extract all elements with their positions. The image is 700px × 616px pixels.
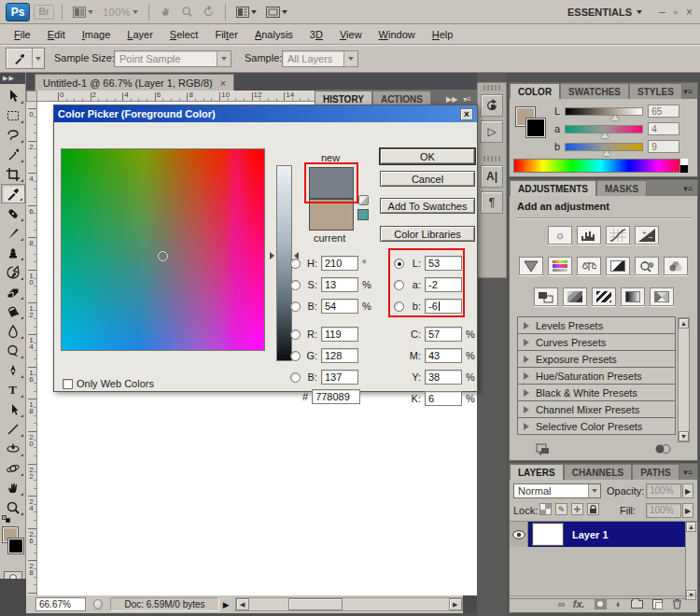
- tool-history-brush[interactable]: [1, 262, 25, 282]
- opacity-slider-arrow[interactable]: ▶: [682, 483, 693, 498]
- preset-selective-color-presets[interactable]: Selective Color Presets: [517, 417, 676, 435]
- color-tab-color[interactable]: COLOR: [510, 83, 560, 99]
- tool-burn[interactable]: [1, 341, 25, 360]
- channel-mixer-adjustment-icon[interactable]: [664, 257, 688, 275]
- scroll-left-button[interactable]: ◀: [236, 598, 249, 610]
- exposure-adjustment-icon[interactable]: +−: [635, 226, 659, 245]
- new-layer-icon[interactable]: [652, 599, 663, 609]
- add-to-swatches-button[interactable]: Add To Swatches: [380, 198, 475, 214]
- tool-eraser[interactable]: [1, 282, 25, 301]
- paragraph-panel-icon[interactable]: ¶: [481, 191, 503, 214]
- selective-color-adjustment-icon[interactable]: [650, 287, 674, 306]
- a-value-input[interactable]: 4: [648, 122, 679, 135]
- sample-size-dropdown[interactable]: Point Sample: [114, 50, 231, 67]
- zoom-percent-input[interactable]: 66.67%: [35, 597, 86, 611]
- link-layers-icon[interactable]: ∞: [558, 598, 564, 609]
- hand-tool-button[interactable]: [157, 6, 175, 18]
- menu-3d[interactable]: 3D: [301, 26, 331, 43]
- history-panel-icon[interactable]: [481, 94, 503, 117]
- L-slider[interactable]: [565, 107, 643, 116]
- new-group-icon[interactable]: [631, 600, 643, 609]
- presets-scrollbar[interactable]: ▲ ▼: [678, 317, 690, 442]
- hex-input[interactable]: 778089: [312, 389, 360, 404]
- cancel-button[interactable]: Cancel: [380, 171, 475, 187]
- scroll-up-button[interactable]: ▲: [686, 522, 696, 532]
- color-field-marker[interactable]: [158, 251, 168, 261]
- m-input[interactable]: 43: [425, 348, 462, 363]
- menu-layer[interactable]: Layer: [119, 26, 161, 43]
- radio-b[interactable]: [290, 372, 301, 383]
- adjustments-tab-adjustments[interactable]: ADJUSTMENTS: [510, 180, 596, 196]
- expand-triangle-icon[interactable]: [524, 372, 529, 380]
- dialog-titlebar[interactable]: Color Picker (Foreground Color) ×: [54, 105, 477, 122]
- menu-window[interactable]: Window: [371, 26, 424, 43]
- k-input[interactable]: 6: [425, 391, 462, 406]
- opacity-value[interactable]: 100%: [646, 483, 681, 498]
- blend-mode-dropdown[interactable]: Normal: [513, 483, 601, 498]
- actions-panel-icon[interactable]: ▷: [481, 120, 503, 143]
- expand-triangle-icon[interactable]: [524, 356, 529, 363]
- color-tab-styles[interactable]: STYLES: [629, 83, 682, 99]
- rotate-view-button[interactable]: [200, 6, 217, 18]
- tool-move[interactable]: [1, 86, 25, 105]
- screen-mode-button[interactable]: [263, 7, 290, 18]
- b-value-input[interactable]: 9: [648, 140, 679, 153]
- radio-h[interactable]: [290, 259, 301, 269]
- c-input[interactable]: 57: [425, 327, 462, 342]
- tool-hand[interactable]: [1, 478, 25, 497]
- r-input[interactable]: 119: [321, 327, 358, 342]
- status-expand-icon[interactable]: ▶: [223, 600, 230, 609]
- tool-paint-bucket[interactable]: [1, 301, 25, 321]
- tool-zoom[interactable]: [1, 497, 25, 517]
- document-close-icon[interactable]: ×: [220, 77, 226, 89]
- current-color-swatch[interactable]: [309, 199, 354, 231]
- tool-pen[interactable]: [1, 360, 25, 380]
- expand-triangle-icon[interactable]: [524, 389, 529, 397]
- s-input[interactable]: 13: [321, 277, 358, 292]
- slider-thumb[interactable]: [603, 150, 610, 156]
- preset-exposure-presets[interactable]: Exposure Presets: [517, 350, 676, 368]
- only-web-colors-checkbox[interactable]: [63, 379, 73, 389]
- panel-menu-icon[interactable]: ▾≡: [683, 184, 697, 196]
- tool-3d-rotate[interactable]: [1, 439, 25, 458]
- tool-rectangular-marquee[interactable]: [1, 105, 25, 125]
- color-balance-adjustment-icon[interactable]: [577, 257, 601, 275]
- slider-thumb[interactable]: [611, 115, 619, 120]
- tool-brush[interactable]: [1, 223, 25, 243]
- slider-arrow-left-icon[interactable]: [270, 252, 274, 259]
- horizontal-ruler[interactable]: 0246810121416: [37, 91, 315, 102]
- delete-layer-icon[interactable]: [672, 598, 682, 609]
- gradient-map-adjustment-icon[interactable]: [621, 287, 645, 306]
- g-input[interactable]: 128: [321, 348, 358, 363]
- tool-spot-healing[interactable]: [1, 203, 25, 223]
- radio-g[interactable]: [290, 351, 301, 361]
- menu-analysis[interactable]: Analysis: [246, 26, 301, 43]
- maximize-button[interactable]: ▫: [674, 6, 678, 19]
- preset-curves-presets[interactable]: Curves Presets: [517, 333, 676, 351]
- layers-tab-channels[interactable]: CHANNELS: [564, 464, 633, 480]
- scroll-right-button[interactable]: ▶: [449, 598, 462, 610]
- panel-menu-icon[interactable]: ▾≡: [463, 95, 471, 104]
- background-color-swatch[interactable]: [7, 538, 24, 554]
- tool-preset-picker[interactable]: [6, 48, 45, 69]
- sample-dropdown[interactable]: All Layers: [282, 50, 358, 67]
- panel-background-swatch[interactable]: [525, 118, 546, 138]
- a-input[interactable]: -2: [425, 277, 462, 292]
- document-size-readout[interactable]: Doc: 6.59M/0 bytes: [110, 597, 218, 611]
- clip-to-layer-icon[interactable]: [654, 443, 671, 455]
- a-slider[interactable]: [565, 125, 643, 133]
- ok-button[interactable]: OK: [380, 148, 475, 164]
- preset-black-white-presets[interactable]: Black & White Presets: [517, 384, 676, 401]
- radio-s[interactable]: [290, 280, 301, 290]
- tool-eyedropper[interactable]: [1, 184, 25, 203]
- layer-thumbnail[interactable]: [533, 524, 563, 545]
- tool-lasso[interactable]: [1, 125, 25, 145]
- arrange-documents-button[interactable]: [70, 7, 96, 18]
- layers-tab-paths[interactable]: PATHS: [632, 464, 679, 480]
- b-slider[interactable]: [565, 143, 643, 151]
- layer-visibility-cell[interactable]: [510, 522, 528, 547]
- color-tab-swatches[interactable]: SWATCHES: [560, 83, 629, 99]
- lock-pixels-icon[interactable]: ✎: [555, 503, 567, 515]
- add-mask-icon[interactable]: [595, 599, 607, 609]
- out-of-web-warning-icon[interactable]: [358, 195, 369, 205]
